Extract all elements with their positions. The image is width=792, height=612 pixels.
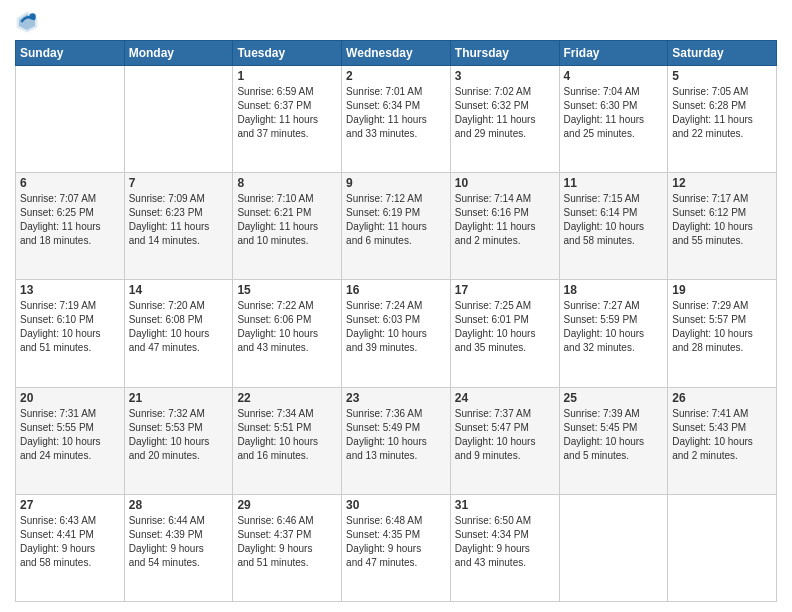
calendar-cell: 17Sunrise: 7:25 AM Sunset: 6:01 PM Dayli… — [450, 280, 559, 387]
calendar-header: SundayMondayTuesdayWednesdayThursdayFrid… — [16, 41, 777, 66]
calendar-week-0: 1Sunrise: 6:59 AM Sunset: 6:37 PM Daylig… — [16, 66, 777, 173]
calendar-week-1: 6Sunrise: 7:07 AM Sunset: 6:25 PM Daylig… — [16, 173, 777, 280]
day-number: 11 — [564, 176, 664, 190]
day-number: 9 — [346, 176, 446, 190]
day-info: Sunrise: 7:14 AM Sunset: 6:16 PM Dayligh… — [455, 192, 555, 248]
day-number: 2 — [346, 69, 446, 83]
day-info: Sunrise: 7:01 AM Sunset: 6:34 PM Dayligh… — [346, 85, 446, 141]
day-number: 24 — [455, 391, 555, 405]
calendar-cell: 1Sunrise: 6:59 AM Sunset: 6:37 PM Daylig… — [233, 66, 342, 173]
day-number: 21 — [129, 391, 229, 405]
day-number: 14 — [129, 283, 229, 297]
calendar-cell: 10Sunrise: 7:14 AM Sunset: 6:16 PM Dayli… — [450, 173, 559, 280]
day-number: 15 — [237, 283, 337, 297]
day-info: Sunrise: 7:36 AM Sunset: 5:49 PM Dayligh… — [346, 407, 446, 463]
calendar-cell: 28Sunrise: 6:44 AM Sunset: 4:39 PM Dayli… — [124, 494, 233, 601]
calendar-cell: 29Sunrise: 6:46 AM Sunset: 4:37 PM Dayli… — [233, 494, 342, 601]
day-number: 31 — [455, 498, 555, 512]
day-number: 28 — [129, 498, 229, 512]
calendar-cell: 9Sunrise: 7:12 AM Sunset: 6:19 PM Daylig… — [342, 173, 451, 280]
day-number: 20 — [20, 391, 120, 405]
calendar-cell: 15Sunrise: 7:22 AM Sunset: 6:06 PM Dayli… — [233, 280, 342, 387]
header — [15, 10, 777, 34]
day-info: Sunrise: 6:48 AM Sunset: 4:35 PM Dayligh… — [346, 514, 446, 570]
day-number: 5 — [672, 69, 772, 83]
day-info: Sunrise: 7:02 AM Sunset: 6:32 PM Dayligh… — [455, 85, 555, 141]
day-info: Sunrise: 7:29 AM Sunset: 5:57 PM Dayligh… — [672, 299, 772, 355]
day-info: Sunrise: 7:27 AM Sunset: 5:59 PM Dayligh… — [564, 299, 664, 355]
page: SundayMondayTuesdayWednesdayThursdayFrid… — [0, 0, 792, 612]
calendar-cell: 3Sunrise: 7:02 AM Sunset: 6:32 PM Daylig… — [450, 66, 559, 173]
day-number: 4 — [564, 69, 664, 83]
day-number: 12 — [672, 176, 772, 190]
calendar-body: 1Sunrise: 6:59 AM Sunset: 6:37 PM Daylig… — [16, 66, 777, 602]
day-info: Sunrise: 7:09 AM Sunset: 6:23 PM Dayligh… — [129, 192, 229, 248]
day-info: Sunrise: 7:41 AM Sunset: 5:43 PM Dayligh… — [672, 407, 772, 463]
day-info: Sunrise: 7:05 AM Sunset: 6:28 PM Dayligh… — [672, 85, 772, 141]
calendar-cell: 22Sunrise: 7:34 AM Sunset: 5:51 PM Dayli… — [233, 387, 342, 494]
day-info: Sunrise: 7:37 AM Sunset: 5:47 PM Dayligh… — [455, 407, 555, 463]
weekday-header-monday: Monday — [124, 41, 233, 66]
day-info: Sunrise: 7:22 AM Sunset: 6:06 PM Dayligh… — [237, 299, 337, 355]
day-number: 6 — [20, 176, 120, 190]
day-number: 26 — [672, 391, 772, 405]
day-info: Sunrise: 7:32 AM Sunset: 5:53 PM Dayligh… — [129, 407, 229, 463]
day-info: Sunrise: 7:07 AM Sunset: 6:25 PM Dayligh… — [20, 192, 120, 248]
calendar-cell: 7Sunrise: 7:09 AM Sunset: 6:23 PM Daylig… — [124, 173, 233, 280]
calendar-cell: 8Sunrise: 7:10 AM Sunset: 6:21 PM Daylig… — [233, 173, 342, 280]
calendar-cell: 14Sunrise: 7:20 AM Sunset: 6:08 PM Dayli… — [124, 280, 233, 387]
calendar-cell: 23Sunrise: 7:36 AM Sunset: 5:49 PM Dayli… — [342, 387, 451, 494]
day-info: Sunrise: 7:15 AM Sunset: 6:14 PM Dayligh… — [564, 192, 664, 248]
day-info: Sunrise: 7:34 AM Sunset: 5:51 PM Dayligh… — [237, 407, 337, 463]
calendar-cell: 19Sunrise: 7:29 AM Sunset: 5:57 PM Dayli… — [668, 280, 777, 387]
svg-point-2 — [29, 13, 35, 19]
day-info: Sunrise: 6:59 AM Sunset: 6:37 PM Dayligh… — [237, 85, 337, 141]
calendar-cell: 31Sunrise: 6:50 AM Sunset: 4:34 PM Dayli… — [450, 494, 559, 601]
calendar-table: SundayMondayTuesdayWednesdayThursdayFrid… — [15, 40, 777, 602]
day-number: 18 — [564, 283, 664, 297]
calendar-cell: 11Sunrise: 7:15 AM Sunset: 6:14 PM Dayli… — [559, 173, 668, 280]
calendar-cell: 6Sunrise: 7:07 AM Sunset: 6:25 PM Daylig… — [16, 173, 125, 280]
calendar-cell: 27Sunrise: 6:43 AM Sunset: 4:41 PM Dayli… — [16, 494, 125, 601]
calendar-week-4: 27Sunrise: 6:43 AM Sunset: 4:41 PM Dayli… — [16, 494, 777, 601]
day-info: Sunrise: 7:19 AM Sunset: 6:10 PM Dayligh… — [20, 299, 120, 355]
logo-icon — [15, 10, 39, 34]
day-info: Sunrise: 6:44 AM Sunset: 4:39 PM Dayligh… — [129, 514, 229, 570]
day-info: Sunrise: 7:24 AM Sunset: 6:03 PM Dayligh… — [346, 299, 446, 355]
day-info: Sunrise: 6:43 AM Sunset: 4:41 PM Dayligh… — [20, 514, 120, 570]
calendar-cell — [124, 66, 233, 173]
weekday-header-friday: Friday — [559, 41, 668, 66]
calendar-cell: 20Sunrise: 7:31 AM Sunset: 5:55 PM Dayli… — [16, 387, 125, 494]
day-info: Sunrise: 7:10 AM Sunset: 6:21 PM Dayligh… — [237, 192, 337, 248]
weekday-header-thursday: Thursday — [450, 41, 559, 66]
day-number: 16 — [346, 283, 446, 297]
calendar-cell: 25Sunrise: 7:39 AM Sunset: 5:45 PM Dayli… — [559, 387, 668, 494]
day-number: 22 — [237, 391, 337, 405]
day-number: 19 — [672, 283, 772, 297]
weekday-header-tuesday: Tuesday — [233, 41, 342, 66]
calendar-cell — [559, 494, 668, 601]
day-number: 23 — [346, 391, 446, 405]
calendar-cell: 5Sunrise: 7:05 AM Sunset: 6:28 PM Daylig… — [668, 66, 777, 173]
weekday-header-wednesday: Wednesday — [342, 41, 451, 66]
day-number: 25 — [564, 391, 664, 405]
day-info: Sunrise: 7:17 AM Sunset: 6:12 PM Dayligh… — [672, 192, 772, 248]
calendar-cell: 24Sunrise: 7:37 AM Sunset: 5:47 PM Dayli… — [450, 387, 559, 494]
day-number: 27 — [20, 498, 120, 512]
day-number: 8 — [237, 176, 337, 190]
calendar-cell: 26Sunrise: 7:41 AM Sunset: 5:43 PM Dayli… — [668, 387, 777, 494]
day-number: 17 — [455, 283, 555, 297]
calendar-cell: 16Sunrise: 7:24 AM Sunset: 6:03 PM Dayli… — [342, 280, 451, 387]
day-info: Sunrise: 6:50 AM Sunset: 4:34 PM Dayligh… — [455, 514, 555, 570]
calendar-cell: 21Sunrise: 7:32 AM Sunset: 5:53 PM Dayli… — [124, 387, 233, 494]
calendar-cell: 13Sunrise: 7:19 AM Sunset: 6:10 PM Dayli… — [16, 280, 125, 387]
day-number: 3 — [455, 69, 555, 83]
day-number: 10 — [455, 176, 555, 190]
day-info: Sunrise: 7:20 AM Sunset: 6:08 PM Dayligh… — [129, 299, 229, 355]
calendar-cell: 18Sunrise: 7:27 AM Sunset: 5:59 PM Dayli… — [559, 280, 668, 387]
calendar-cell: 4Sunrise: 7:04 AM Sunset: 6:30 PM Daylig… — [559, 66, 668, 173]
calendar-cell — [16, 66, 125, 173]
weekday-header-sunday: Sunday — [16, 41, 125, 66]
day-number: 29 — [237, 498, 337, 512]
day-number: 30 — [346, 498, 446, 512]
